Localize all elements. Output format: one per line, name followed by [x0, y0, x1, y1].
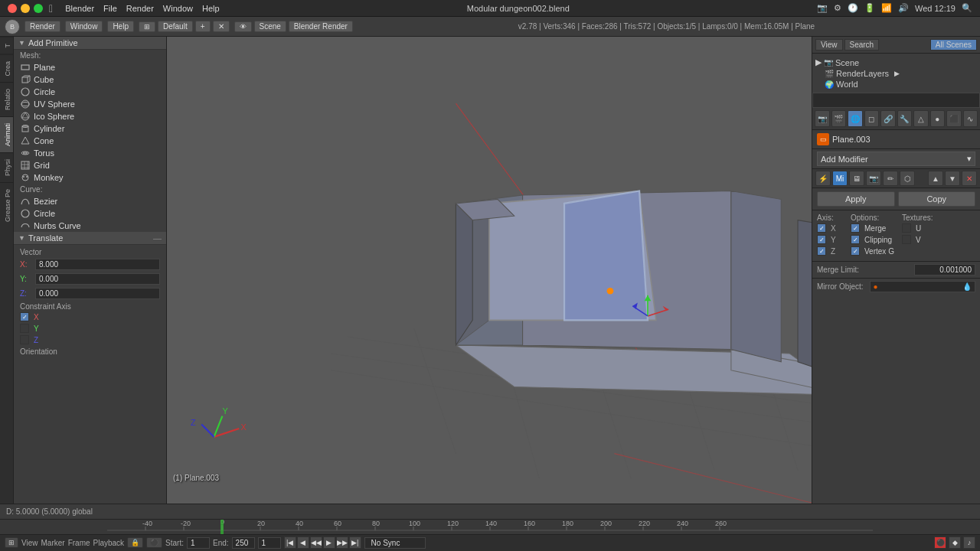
modifier-render[interactable]: 📷	[866, 171, 881, 186]
prim-cube[interactable]: Cube	[14, 73, 166, 86]
constraint-z-checkbox[interactable]	[20, 335, 29, 344]
help-menu[interactable]: Help	[107, 21, 134, 32]
merge-limit-value[interactable]: 0.001000	[914, 264, 975, 276]
add-layout[interactable]: +	[195, 21, 211, 32]
record-btn[interactable]: ⚫	[146, 537, 162, 548]
menu-help[interactable]: Help	[202, 4, 220, 13]
end-frame[interactable]: 250	[232, 537, 255, 549]
prim-grid[interactable]: Grid	[14, 159, 166, 171]
axis-x-check[interactable]: ✓	[817, 223, 826, 233]
menu-render[interactable]: Render	[126, 4, 154, 13]
play-btn[interactable]: ▶	[323, 536, 335, 549]
minimize-button[interactable]	[21, 4, 30, 13]
prim-torus[interactable]: Torus	[14, 147, 166, 159]
layout-selector[interactable]: ⊞	[139, 21, 155, 32]
render-icon[interactable]: 📷	[815, 110, 830, 127]
constraint-y-checkbox[interactable]	[20, 324, 29, 333]
eyedropper-icon[interactable]: 💧	[962, 282, 972, 291]
next-key-btn[interactable]: ▶▶	[336, 536, 348, 549]
timeline-ruler[interactable]: -40 -20 0 20 40 60 80 100 120 140 160 18…	[0, 520, 980, 535]
viewport[interactable]: User Persp	[167, 37, 812, 504]
world-item[interactable]: 🌍 World	[815, 79, 977, 90]
modifier-delete[interactable]: ✕	[962, 171, 977, 186]
modifier-edit[interactable]: Mi	[832, 171, 848, 186]
data-icon[interactable]: △	[913, 110, 929, 127]
prim-bezier[interactable]: Bezier	[14, 195, 166, 207]
vtab-animation[interactable]: Animati	[0, 116, 13, 152]
physics-icon[interactable]: ∿	[963, 110, 978, 127]
scene-selector[interactable]: Scene	[254, 21, 286, 32]
menu-file[interactable]: File	[103, 4, 117, 13]
constraint-icon[interactable]: 🔗	[880, 110, 896, 127]
record-anim-btn[interactable]: ⚫	[934, 536, 946, 549]
vtab-physics[interactable]: Physi	[0, 152, 13, 182]
renderer-selector[interactable]: Blender Render	[289, 21, 353, 32]
prim-plane[interactable]: Plane	[14, 61, 166, 73]
mirror-object-field[interactable]: ● 💧	[870, 281, 975, 292]
view-tab[interactable]: View	[815, 39, 843, 51]
search-icon[interactable]: 🔍	[962, 3, 972, 13]
scene-icon[interactable]: 🎬	[831, 110, 847, 127]
scene-root[interactable]: ▶ 📷 Scene	[815, 57, 977, 68]
menu-window[interactable]: Window	[163, 4, 193, 13]
tex-u-check[interactable]	[902, 223, 911, 233]
translate-collapse[interactable]: —	[153, 233, 162, 243]
vtab-grease[interactable]: Grease Pe	[0, 182, 13, 228]
vtab-create[interactable]: Crea	[0, 54, 13, 83]
default-layout[interactable]: Default	[158, 21, 193, 32]
prev-key-btn[interactable]: ◀◀	[310, 536, 322, 549]
modifier-view-realtime[interactable]: 🖥	[849, 171, 864, 186]
timeline-view-btn[interactable]: ⊞	[5, 537, 18, 548]
axis-y-check[interactable]: ✓	[817, 235, 826, 244]
prim-uvsphere[interactable]: UV Sphere	[14, 98, 166, 110]
prim-curve-circle[interactable]: Circle	[14, 207, 166, 220]
close-button[interactable]	[8, 4, 17, 13]
translate-header[interactable]: ▼ Translate —	[14, 232, 166, 245]
search-tab[interactable]: Search	[844, 39, 880, 51]
prim-cone[interactable]: Cone	[14, 135, 166, 147]
add-modifier-dropdown[interactable]: Add Modifier ▾	[817, 152, 975, 166]
jump-start-btn[interactable]: |◀	[284, 536, 296, 549]
keyframe-btn[interactable]: ◆	[949, 536, 961, 549]
modifier-down[interactable]: ▼	[945, 171, 960, 186]
object-icon-btn[interactable]: ◻	[864, 110, 880, 127]
render-preview[interactable]: Render	[24, 21, 60, 32]
start-frame[interactable]: 1	[187, 537, 210, 549]
vertex-g-check[interactable]: ✓	[851, 246, 860, 256]
modifier-icon[interactable]: 🔧	[897, 110, 913, 127]
copy-button[interactable]: Copy	[898, 191, 976, 207]
scene-view[interactable]: 👁	[234, 21, 252, 32]
clipping-check[interactable]: ✓	[851, 235, 860, 244]
lock-btn[interactable]: 🔒	[127, 537, 143, 548]
tex-v-check[interactable]	[902, 235, 911, 244]
current-frame[interactable]: 1	[258, 537, 281, 549]
axis-z-check[interactable]: ✓	[817, 246, 826, 256]
sync-selector[interactable]: No Sync	[364, 537, 426, 549]
prim-icosphere[interactable]: Ico Sphere	[14, 110, 166, 122]
x-input[interactable]: 8.000	[35, 259, 160, 270]
scene-view[interactable]: X Y Z	[167, 37, 812, 504]
remove-layout[interactable]: ✕	[213, 21, 230, 32]
world-prop-icon[interactable]: 🌐	[848, 110, 863, 127]
renderlayers-item[interactable]: 🎬 RenderLayers ▶	[815, 68, 977, 79]
menu-blender[interactable]: Blender	[65, 4, 94, 13]
modifier-toggle[interactable]: ⚡	[815, 171, 831, 186]
all-scenes-tab[interactable]: All Scenes	[930, 39, 977, 51]
z-input[interactable]: 0.000	[35, 288, 160, 299]
prim-nurbs[interactable]: Nurbs Curve	[14, 220, 166, 232]
texture-icon[interactable]: ⬛	[946, 110, 962, 127]
material-icon[interactable]: ●	[930, 110, 946, 127]
merge-check[interactable]: ✓	[851, 223, 860, 233]
apply-button[interactable]: Apply	[817, 191, 895, 207]
window-menu[interactable]: Window	[65, 21, 103, 32]
modifier-edit-mode[interactable]: ✏	[883, 171, 898, 186]
prim-monkey[interactable]: Monkey	[14, 171, 166, 184]
vtab-t[interactable]: T	[0, 37, 13, 54]
jump-end-btn[interactable]: ▶|	[349, 536, 361, 549]
modifier-up[interactable]: ▲	[928, 171, 943, 186]
constraint-x-checkbox[interactable]: ✓	[20, 312, 29, 321]
vtab-relations[interactable]: Relatio	[0, 82, 13, 116]
prim-circle[interactable]: Circle	[14, 86, 166, 98]
add-primitive-header[interactable]: ▼ Add Primitive	[14, 37, 166, 50]
modifier-cage[interactable]: ⬡	[900, 171, 915, 186]
